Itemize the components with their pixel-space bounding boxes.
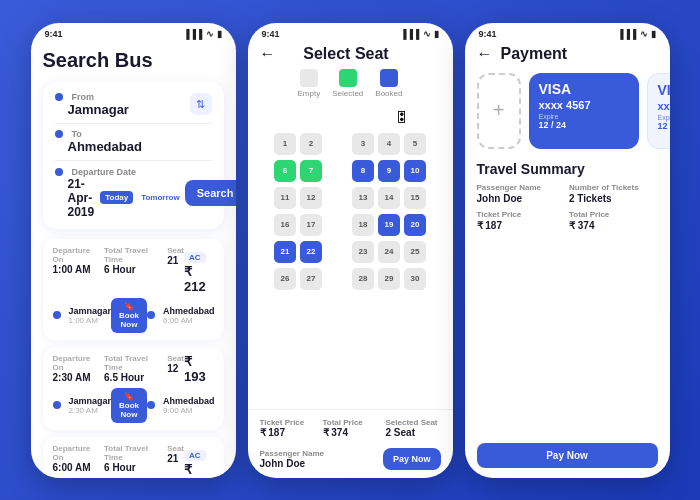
- swap-icon[interactable]: ⇅: [190, 93, 212, 115]
- travel-row-2: Ticket Price ₹ 187 Total Price ₹ 374: [477, 210, 658, 231]
- from-label: From: [72, 92, 95, 102]
- seat-13[interactable]: 13: [352, 187, 374, 209]
- seat-1[interactable]: 1: [274, 133, 296, 155]
- seat-grid: 🎛 1 2 3 4 5 6 7 8 9 10 11 12 13 14 15: [248, 106, 453, 295]
- date-row: Departure Date 21-Apr-2019 Today Tomorro…: [55, 167, 212, 219]
- seat-5[interactable]: 5: [404, 133, 426, 155]
- seat-3[interactable]: 3: [352, 133, 374, 155]
- seat-16[interactable]: 16: [274, 214, 296, 236]
- pay-now-btn-2[interactable]: Pay Now: [383, 448, 441, 470]
- price-1: ₹ 212: [184, 264, 213, 294]
- phone3-header: ← Payment: [465, 41, 670, 69]
- steering-icon: 🎛: [391, 106, 413, 128]
- seat-legend: Empty Selected Booked: [248, 69, 453, 98]
- status-bar-3: 9:41 ▐▐▐ ∿ ▮: [465, 23, 670, 41]
- status-time-1: 9:41: [45, 29, 63, 39]
- seat-20[interactable]: 20: [404, 214, 426, 236]
- travel-table: Passenger Name John Doe Number of Ticket…: [465, 183, 670, 237]
- seat-14[interactable]: 14: [378, 187, 400, 209]
- card-expire-label-inactive: Expire: [658, 114, 670, 121]
- book-btn-2[interactable]: 🔖 Book Now: [111, 388, 147, 423]
- phone3-title: Payment: [501, 45, 568, 63]
- booked-legend: [380, 69, 398, 87]
- to-field: To Ahmedabad: [55, 129, 212, 154]
- to-value: Ahmedabad: [55, 139, 212, 154]
- price-2: ₹ 193: [184, 354, 213, 384]
- from-value: Jamnagar: [55, 102, 129, 117]
- bus-card-2: Departure On 2:30 AM Total Travel Time 6…: [43, 347, 224, 430]
- visa-card-active[interactable]: VISA xxxx 4567 Expire 12 / 24: [529, 73, 639, 149]
- status-bar-2: 9:41 ▐▐▐ ∿ ▮: [248, 23, 453, 41]
- seat-28[interactable]: 28: [352, 268, 374, 290]
- seat-6[interactable]: 6: [274, 160, 296, 182]
- seat-11[interactable]: 11: [274, 187, 296, 209]
- from-dot: [55, 93, 63, 101]
- seat-19[interactable]: 19: [378, 214, 400, 236]
- ticket-summary: Ticket Price ₹ 187 Total Price ₹ 374 Sel…: [248, 409, 453, 444]
- status-icons-3: ▐▐▐ ∿ ▮: [617, 29, 655, 39]
- seat-30[interactable]: 30: [404, 268, 426, 290]
- status-time-2: 9:41: [262, 29, 280, 39]
- pay-now-btn-3[interactable]: Pay Now: [477, 443, 658, 468]
- signal-icon-2: ▐▐▐: [400, 29, 419, 39]
- seat-17[interactable]: 17: [300, 214, 322, 236]
- empty-legend: [300, 69, 318, 87]
- visa-logo-inactive: VISA: [658, 82, 670, 98]
- wifi-icon-3: ∿: [640, 29, 648, 39]
- seat-10[interactable]: 10: [404, 160, 426, 182]
- to-dot: [55, 130, 63, 138]
- phone-payment: 9:41 ▐▐▐ ∿ ▮ ← Payment + VISA xxxx 4567 …: [465, 23, 670, 478]
- page-title-1: Search Bus: [43, 49, 224, 72]
- back-button-2[interactable]: ←: [260, 45, 276, 63]
- card-scroll: + VISA xxxx 4567 Expire 12 / 24 VISA xxx…: [465, 69, 670, 157]
- seat-4[interactable]: 4: [378, 133, 400, 155]
- phone-search-bus: 9:41 ▐▐▐ ∿ ▮ Search Bus From Jamnagar ⇅: [31, 23, 236, 478]
- add-card-button[interactable]: +: [477, 73, 521, 149]
- seat-25[interactable]: 25: [404, 241, 426, 263]
- tab-today[interactable]: Today: [100, 191, 133, 204]
- status-time-3: 9:41: [479, 29, 497, 39]
- book-btn-1[interactable]: 🔖 Book Now: [111, 298, 147, 333]
- from-field: From Jamnagar ⇅: [55, 92, 212, 117]
- phone2-header: ← Select Seat: [248, 41, 453, 69]
- search-button[interactable]: Search: [185, 180, 236, 206]
- travel-summary-title: Travel Summary: [465, 157, 670, 183]
- seat-8[interactable]: 8: [352, 160, 374, 182]
- price-3: ₹ 187: [184, 462, 213, 478]
- seat-2[interactable]: 2: [300, 133, 322, 155]
- selected-legend: [339, 69, 357, 87]
- search-form: From Jamnagar ⇅ To Ahmedabad: [43, 82, 224, 229]
- signal-icon-3: ▐▐▐: [617, 29, 636, 39]
- card-expire-label-active: Expire: [539, 113, 629, 120]
- back-button-3[interactable]: ←: [477, 45, 493, 63]
- wifi-icon: ∿: [206, 29, 214, 39]
- wifi-icon-2: ∿: [423, 29, 431, 39]
- tab-tomorrow[interactable]: Tomorrow: [136, 191, 185, 204]
- seat-21[interactable]: 21: [274, 241, 296, 263]
- seat-24[interactable]: 24: [378, 241, 400, 263]
- status-icons-1: ▐▐▐ ∿ ▮: [183, 29, 221, 39]
- seat-15[interactable]: 15: [404, 187, 426, 209]
- seat-27[interactable]: 27: [300, 268, 322, 290]
- seat-12[interactable]: 12: [300, 187, 322, 209]
- seat-23[interactable]: 23: [352, 241, 374, 263]
- seat-29[interactable]: 29: [378, 268, 400, 290]
- visa-logo-active: VISA: [539, 81, 629, 97]
- seat-26[interactable]: 26: [274, 268, 296, 290]
- battery-icon-2: ▮: [434, 29, 439, 39]
- departure-date: 21-Apr-2019: [68, 177, 95, 219]
- status-bar-1: 9:41 ▐▐▐ ∿ ▮: [31, 23, 236, 41]
- signal-icon: ▐▐▐: [183, 29, 202, 39]
- phone-select-seat: 9:41 ▐▐▐ ∿ ▮ ← Select Seat Empty Selecte…: [248, 23, 453, 478]
- seat-9[interactable]: 9: [378, 160, 400, 182]
- ac-badge-3: AC: [184, 450, 206, 461]
- battery-icon: ▮: [217, 29, 222, 39]
- card-expire-val-active: 12 / 24: [539, 120, 629, 130]
- visa-card-inactive[interactable]: VISA xxxx Expire 12 / 24: [647, 73, 670, 149]
- seat-18[interactable]: 18: [352, 214, 374, 236]
- seat-7[interactable]: 7: [300, 160, 322, 182]
- departure-label: Departure Date: [72, 167, 137, 177]
- status-icons-2: ▐▐▐ ∿ ▮: [400, 29, 438, 39]
- bus-card-1: Departure On 1:00 AM Total Travel Time 6…: [43, 239, 224, 340]
- seat-22[interactable]: 22: [300, 241, 322, 263]
